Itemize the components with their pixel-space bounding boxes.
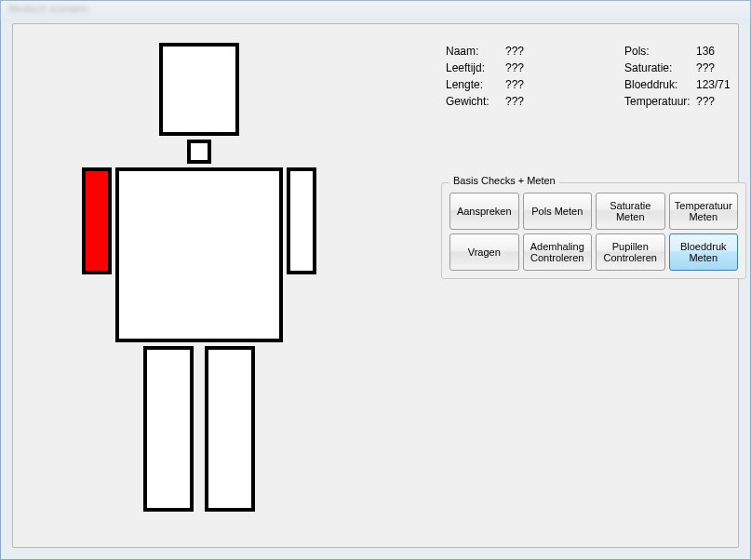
value-lengte: ???	[505, 76, 624, 93]
aanspreken-button[interactable]: Aanspreken	[449, 193, 519, 230]
body-leg-left-patient[interactable]	[205, 346, 255, 512]
title-bar: Medisch scenario	[1, 1, 750, 20]
body-upper-arm-right-patient[interactable]	[82, 167, 112, 274]
body-neck[interactable]	[187, 140, 211, 164]
temperatuur-meten-button[interactable]: Temperatuur Meten	[669, 193, 739, 230]
label-naam: Naam:	[446, 43, 505, 60]
label-saturatie: Saturatie:	[624, 60, 696, 76]
main-panel: Naam: ??? Pols: 136 Leeftijd: ??? Satura…	[12, 23, 739, 548]
value-gewicht: ???	[505, 93, 624, 110]
body-upper-arm-left-patient[interactable]	[287, 167, 316, 274]
patient-info: Naam: ??? Pols: 136 Leeftijd: ??? Satura…	[446, 43, 738, 110]
label-lengte: Lengte:	[446, 76, 505, 93]
value-bloeddruk: 123/71	[696, 76, 738, 93]
body-head[interactable]	[159, 43, 239, 136]
body-leg-right-patient[interactable]	[143, 346, 194, 512]
ademhaling-controleren-button[interactable]: Ademhaling Controleren	[523, 233, 593, 271]
label-bloeddruk: Bloeddruk:	[624, 76, 696, 93]
body-figure	[69, 43, 329, 536]
bloeddruk-meten-button[interactable]: Bloeddruk Meten	[669, 233, 739, 271]
value-temperatuur: ???	[696, 93, 738, 110]
pols-meten-button[interactable]: Pols Meten	[523, 193, 593, 230]
body-torso[interactable]	[115, 167, 283, 342]
label-pols: Pols:	[624, 43, 696, 60]
label-gewicht: Gewicht:	[446, 93, 505, 110]
pupillen-controleren-button[interactable]: Pupillen Controleren	[596, 233, 665, 271]
vragen-button[interactable]: Vragen	[449, 233, 519, 271]
value-pols: 136	[696, 43, 738, 60]
value-leeftijd: ???	[505, 60, 624, 76]
label-temperatuur: Temperatuur:	[624, 93, 696, 110]
value-naam: ???	[505, 43, 624, 60]
group-title: Basis Checks + Meten	[449, 175, 559, 186]
value-saturatie: ???	[696, 60, 738, 76]
group-basis-checks: Basis Checks + Meten Aanspreken Pols Met…	[441, 182, 746, 279]
app-window: Medisch scenario Naam: ??? Pols: 136 Lee…	[0, 0, 751, 560]
saturatie-meten-button[interactable]: Saturatie Meten	[596, 193, 665, 230]
label-leeftijd: Leeftijd:	[446, 60, 505, 76]
